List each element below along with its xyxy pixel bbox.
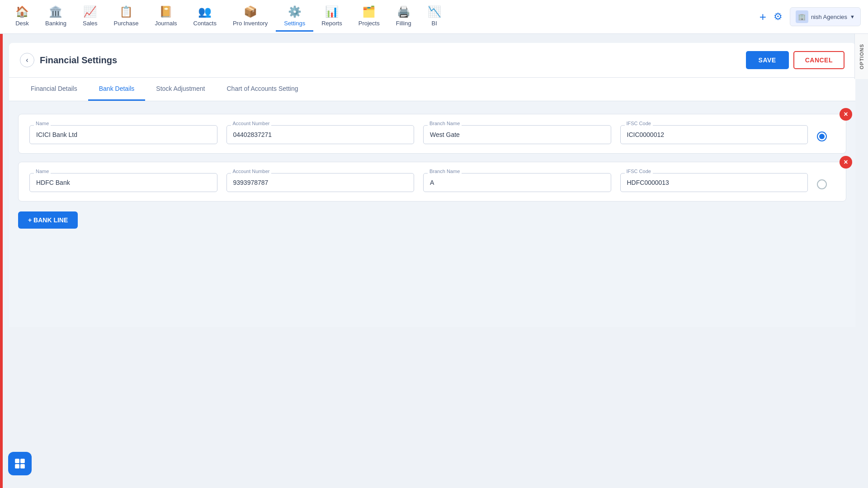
left-accent-stripe — [0, 34, 3, 488]
svg-rect-0 — [15, 459, 19, 463]
nav-label-reports: Reports — [321, 20, 342, 27]
main-content: ‹ Financial Settings SAVE CANCEL Financi… — [0, 34, 868, 336]
grid-fab-button[interactable] — [8, 452, 32, 475]
bank2-radio-button[interactable] — [817, 179, 827, 189]
nav-item-desk[interactable]: 🏠 Desk — [7, 2, 37, 32]
purchase-icon: 📋 — [119, 5, 133, 18]
bank1-branch-field: Branch Name — [423, 125, 611, 144]
options-sidebar[interactable]: OPTIONS — [854, 34, 868, 79]
projects-icon: 🗂️ — [362, 5, 376, 18]
nav-item-reports[interactable]: 📊 Reports — [313, 2, 350, 32]
bank2-account-field: Account Number — [226, 173, 415, 192]
nav-label-pro-inventory: Pro Inventory — [233, 20, 268, 27]
bank1-branch-input[interactable] — [423, 125, 611, 144]
bank1-account-input[interactable] — [226, 125, 415, 144]
bank1-branch-label: Branch Name — [428, 121, 462, 126]
sales-icon: 📈 — [83, 5, 97, 18]
bank2-name-input[interactable] — [29, 173, 217, 192]
bank2-branch-input[interactable] — [423, 173, 611, 192]
bi-icon: 📉 — [428, 5, 441, 18]
nav-label-filling: Filling — [396, 20, 411, 27]
bank1-ifsc-field: IFSC Code — [620, 125, 808, 144]
bank1-radio-button[interactable] — [817, 131, 827, 141]
save-button[interactable]: SAVE — [746, 51, 789, 69]
nav-label-journals: Journals — [155, 20, 177, 27]
bank-card-1-fields: Name Account Number Branch Name IFSC Cod… — [29, 125, 835, 144]
remove-bank-1-button[interactable]: × — [840, 108, 852, 121]
gear-button[interactable]: ⚙ — [774, 11, 783, 23]
filling-icon: 🖨️ — [397, 5, 410, 18]
pro-inventory-icon: 📦 — [244, 5, 257, 18]
svg-rect-2 — [15, 464, 19, 469]
nav-item-bi[interactable]: 📉 BI — [420, 2, 449, 32]
nav-label-bi: BI — [432, 20, 437, 27]
page-header: ‹ Financial Settings SAVE CANCEL — [9, 43, 855, 78]
add-button[interactable]: + — [760, 10, 766, 24]
nav-item-contacts[interactable]: 👥 Contacts — [185, 2, 225, 32]
nav-label-banking: Banking — [45, 20, 66, 27]
cancel-button[interactable]: CANCEL — [793, 51, 844, 69]
tab-bank-details[interactable]: Bank Details — [88, 78, 146, 101]
nav-item-purchase[interactable]: 📋 Purchase — [106, 2, 147, 32]
desk-icon: 🏠 — [15, 5, 29, 18]
bank2-account-label: Account Number — [231, 169, 272, 174]
tab-stock-adjustment[interactable]: Stock Adjustment — [145, 78, 216, 101]
page-header-left: ‹ Financial Settings — [20, 53, 117, 67]
nav-label-sales: Sales — [83, 20, 98, 27]
form-area: × Name Account Number Branch Name IFSC C… — [9, 101, 855, 327]
nav-label-settings: Settings — [284, 20, 305, 27]
svg-rect-3 — [20, 464, 25, 469]
bank1-name-input[interactable] — [29, 125, 217, 144]
tabs-bar: Financial Details Bank Details Stock Adj… — [9, 78, 855, 101]
bank-card-2: × Name Account Number Branch Name IFSC C… — [18, 162, 846, 202]
journals-icon: 📔 — [159, 5, 173, 18]
bank2-branch-label: Branch Name — [428, 169, 462, 174]
bank2-ifsc-field: IFSC Code — [620, 173, 808, 192]
banking-icon: 🏛️ — [49, 5, 62, 18]
agency-label: nish Agencies — [811, 14, 847, 20]
nav-label-contacts: Contacts — [193, 20, 217, 27]
settings-icon: ⚙️ — [288, 5, 302, 18]
bank1-name-field: Name — [29, 125, 217, 144]
bank-card-1: × Name Account Number Branch Name IFSC C… — [18, 114, 846, 154]
agency-selector[interactable]: 🏢 nish Agencies ▼ — [790, 7, 861, 26]
add-bank-line-button[interactable]: + BANK LINE — [18, 211, 78, 229]
nav-items: 🏠 Desk 🏛️ Banking 📈 Sales 📋 Purchase 📔 J… — [7, 2, 760, 32]
nav-item-projects[interactable]: 🗂️ Projects — [350, 2, 388, 32]
header-actions: SAVE CANCEL — [746, 51, 844, 69]
nav-item-pro-inventory[interactable]: 📦 Pro Inventory — [225, 2, 276, 32]
bank2-ifsc-input[interactable] — [620, 173, 808, 192]
nav-item-sales[interactable]: 📈 Sales — [75, 2, 106, 32]
bank2-name-field: Name — [29, 173, 217, 192]
bank1-account-field: Account Number — [226, 125, 415, 144]
bank1-ifsc-label: IFSC Code — [625, 121, 653, 126]
nav-item-settings[interactable]: ⚙️ Settings — [276, 2, 313, 32]
bank1-ifsc-input[interactable] — [620, 125, 808, 144]
agency-chevron-icon: ▼ — [850, 14, 855, 19]
options-label: OPTIONS — [859, 44, 864, 70]
reports-icon: 📊 — [325, 5, 339, 18]
nav-item-banking[interactable]: 🏛️ Banking — [37, 2, 75, 32]
nav-label-desk: Desk — [15, 20, 29, 27]
page-title: Financial Settings — [40, 55, 117, 66]
tab-chart-of-accounts[interactable]: Chart of Accounts Setting — [216, 78, 309, 101]
agency-icon: 🏢 — [796, 10, 808, 23]
bank1-account-label: Account Number — [231, 121, 272, 126]
top-nav: 🏠 Desk 🏛️ Banking 📈 Sales 📋 Purchase 📔 J… — [0, 0, 868, 34]
contacts-icon: 👥 — [198, 5, 212, 18]
bank2-name-label: Name — [34, 169, 51, 174]
bank2-branch-field: Branch Name — [423, 173, 611, 192]
bank2-account-input[interactable] — [226, 173, 415, 192]
back-button[interactable]: ‹ — [20, 53, 34, 67]
bank1-name-label: Name — [34, 121, 51, 126]
nav-right: + ⚙ 🏢 nish Agencies ▼ — [760, 7, 861, 26]
remove-bank-2-button[interactable]: × — [840, 156, 852, 169]
nav-item-filling[interactable]: 🖨️ Filling — [388, 2, 420, 32]
nav-label-purchase: Purchase — [114, 20, 139, 27]
tab-financial-details[interactable]: Financial Details — [20, 78, 88, 101]
grid-fab-icon — [14, 458, 26, 469]
bank-card-2-fields: Name Account Number Branch Name IFSC Cod… — [29, 173, 835, 192]
nav-item-journals[interactable]: 📔 Journals — [146, 2, 185, 32]
svg-rect-1 — [20, 459, 25, 463]
bank2-ifsc-label: IFSC Code — [625, 169, 653, 174]
